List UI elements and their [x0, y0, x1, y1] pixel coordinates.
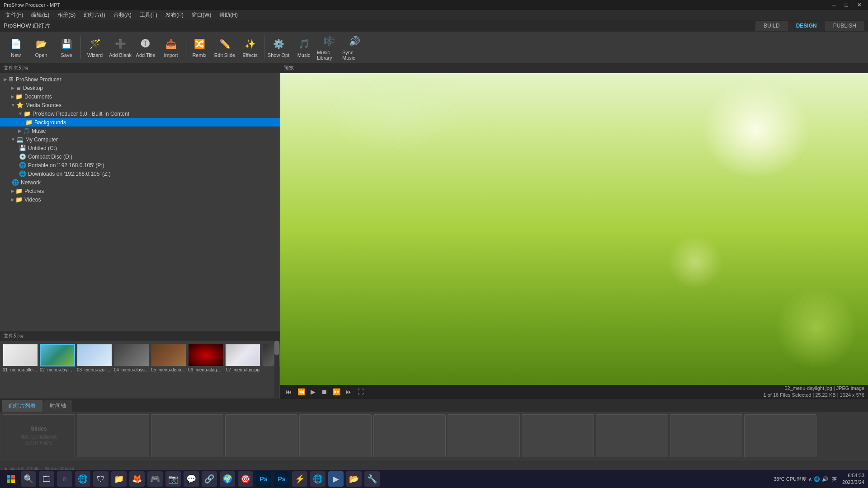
tree-item-my-computer[interactable]: ▼💻My Computer [0, 135, 280, 144]
tray-expand[interactable]: ∧ [808, 476, 812, 482]
thumb-item-thumb-02[interactable]: 02_menu-daylig... [40, 344, 75, 396]
addblank-button[interactable]: ➕ Add Blank [108, 34, 132, 61]
slide-cell-6[interactable] [373, 414, 446, 457]
taskbar-app10[interactable]: ⚡ [292, 471, 307, 487]
close-button[interactable]: ✕ [854, 2, 864, 8]
slide-cell-empty[interactable]: Slides 拖动照片/视频到此双击打开编辑 [3, 414, 75, 457]
toolbar: 📄 New 📂 Open 💾 Save 🪄 Wizard ➕ Add Blank… [0, 32, 868, 63]
wizard-button[interactable]: 🪄 Wizard [83, 34, 107, 61]
preview-fullscreen[interactable]: ⛶ [356, 387, 366, 396]
file-list-scrollbar[interactable] [274, 341, 279, 399]
slide-cell-10[interactable] [670, 414, 742, 457]
taskbar-app5[interactable]: 🎮 [147, 471, 163, 487]
taskbar-app4[interactable]: 📁 [111, 471, 127, 487]
taskbar-pscc[interactable]: Ps [274, 471, 289, 487]
tab-build[interactable]: BUILD [755, 21, 788, 31]
taskbar-app7[interactable]: 🔗 [202, 471, 217, 487]
slide-cell-11[interactable] [744, 414, 816, 457]
tab-slides[interactable]: 幻灯片列表 [2, 400, 42, 412]
tree-item-pictures[interactable]: ▶📁Pictures [0, 187, 280, 195]
slide-cell-9[interactable] [596, 414, 668, 457]
tree-item-music[interactable]: ▶🎵Music [0, 127, 280, 135]
tree-item-videos[interactable]: ▶📁Videos [0, 195, 280, 204]
taskbar-edge[interactable]: e [57, 471, 72, 487]
taskbar-search[interactable]: 🔍 [21, 471, 36, 487]
menu-item-w[interactable]: 窗口(W) [188, 10, 215, 20]
save-button[interactable]: 💾 Save [54, 34, 79, 61]
new-button[interactable]: 📄 New [4, 34, 28, 61]
minimize-button[interactable]: ─ [829, 2, 839, 8]
menu-item-h[interactable]: 帮助(H) [216, 10, 241, 20]
taskbar-app9[interactable]: 🎯 [238, 471, 253, 487]
tab-timeline[interactable]: 时间轴 [43, 400, 72, 412]
slide-cell-4[interactable] [225, 414, 297, 457]
preview-skip-end[interactable]: ⏭ [344, 387, 354, 396]
taskbar-app8[interactable]: 🌍 [220, 471, 235, 487]
showopt-button[interactable]: ⚙️ Show Opt [266, 34, 291, 61]
start-button[interactable] [4, 472, 18, 486]
thumb-item-thumb-07[interactable]: 07_menu-lux.jpg [225, 344, 260, 396]
tree-item-drive-c[interactable]: 💾Untitled (C:) [0, 144, 280, 152]
taskbar-filemgr[interactable]: 📂 [346, 471, 362, 487]
open-button[interactable]: 📂 Open [29, 34, 53, 61]
slide-tabs: 幻灯片列表 时间轴 [0, 399, 868, 412]
tree-item-downloads[interactable]: 🌐Downloads on '192.168.0.105' (Z:) [0, 169, 280, 178]
preview-prev[interactable]: ⏪ [296, 387, 307, 396]
taskbar-browser[interactable]: 🌐 [310, 471, 326, 487]
menu-item-a[interactable]: 音频(A) [110, 10, 135, 20]
addtitle-button[interactable]: 🅣 Add Title [133, 34, 158, 61]
menu-item-t[interactable]: 工具(T) [136, 10, 161, 20]
remix-button[interactable]: 🔀 Remix [187, 34, 212, 61]
slide-cell-3[interactable] [151, 414, 223, 457]
taskbar-app11[interactable]: 🔧 [364, 471, 380, 487]
slide-cell-8[interactable] [522, 414, 594, 457]
preview-stop[interactable]: ⏹ [319, 387, 329, 396]
thumb-item-thumb-03[interactable]: 03_menu-azure... [77, 344, 112, 396]
tree-item-documents[interactable]: ▶📁Documents [0, 92, 280, 101]
menu-item-f[interactable]: 文件(F) [2, 10, 27, 20]
thumb-item-thumb-06[interactable]: 06_menu-stage.j... [188, 344, 223, 396]
taskbar-taskview[interactable]: 🗔 [39, 471, 54, 487]
editslide-button[interactable]: ✏️ Edit Slide [212, 34, 237, 61]
taskbar-ps[interactable]: Ps [256, 471, 271, 487]
preview-skip-start[interactable]: ⏮ [284, 387, 294, 396]
tab-publish[interactable]: PUBLISH [825, 21, 864, 31]
menu-item-s[interactable]: 相册(S) [54, 10, 79, 20]
lang-indicator[interactable]: 英 [830, 475, 839, 483]
tree-item-portable[interactable]: 🌐Portable on '192.168.0.105' (P:) [0, 161, 280, 169]
svg-rect-3 [11, 479, 15, 483]
taskbar-wechat[interactable]: 💬 [184, 471, 199, 487]
tree-item-desktop[interactable]: ▶🖥Desktop [0, 84, 280, 92]
tree-item-media-sources[interactable]: ▼⭐Media Sources [0, 101, 280, 109]
thumb-item-thumb-04[interactable]: 04_menu-classi... [114, 344, 149, 396]
taskbar-firefox[interactable]: 🦊 [129, 471, 145, 487]
menu-item-e[interactable]: 编辑(E) [28, 10, 53, 20]
menu-item-i[interactable]: 幻灯片(I) [80, 10, 108, 20]
slide-cell-7[interactable] [448, 414, 520, 457]
taskbar-app6[interactable]: 📷 [165, 471, 181, 487]
slide-cell-5[interactable] [299, 414, 372, 457]
tree-item-network[interactable]: 🌐Network [0, 178, 280, 187]
import-button[interactable]: 📥 Import [159, 34, 183, 61]
maximize-button[interactable]: □ [842, 2, 851, 8]
preview-play[interactable]: ▶ [309, 387, 317, 396]
effects-button[interactable]: ✨ Effects [238, 34, 262, 61]
tree-item-proshow-builtin[interactable]: ▼📁ProShow Producer 9.0 - Built-In Conten… [0, 109, 280, 118]
tree-item-backgrounds[interactable]: 📁Backgrounds [0, 118, 280, 127]
tree-item-proshow-producer[interactable]: ▶🖥ProShow Producer [0, 75, 280, 84]
taskbar-proshow[interactable]: ▶ [328, 471, 344, 487]
preview-next[interactable]: ⏩ [331, 387, 342, 396]
syncmusic-button[interactable]: 🔊 Sync Music [342, 34, 367, 61]
menu-item-p[interactable]: 发布(P) [162, 10, 187, 20]
thumb-item-thumb-01[interactable]: 01_menu-gallery... [3, 344, 38, 396]
tab-design[interactable]: DESIGN [788, 21, 825, 31]
tree-item-drive-d[interactable]: 💿Compact Disc (D:) [0, 152, 280, 161]
taskbar-ie[interactable]: 🌐 [75, 471, 90, 487]
musiclibrary-button[interactable]: 🎼 Music Library [317, 34, 341, 61]
clock[interactable]: 6:54:33 2023/3/24 [842, 472, 864, 486]
file-tree-label: 文件夹列表 [0, 63, 280, 73]
thumb-item-thumb-05[interactable]: 05_menu-deco.jpg [151, 344, 186, 396]
slide-cell-2[interactable] [77, 414, 149, 457]
music-button[interactable]: 🎵 Music [292, 34, 316, 61]
taskbar-app3[interactable]: 🛡 [93, 471, 108, 487]
